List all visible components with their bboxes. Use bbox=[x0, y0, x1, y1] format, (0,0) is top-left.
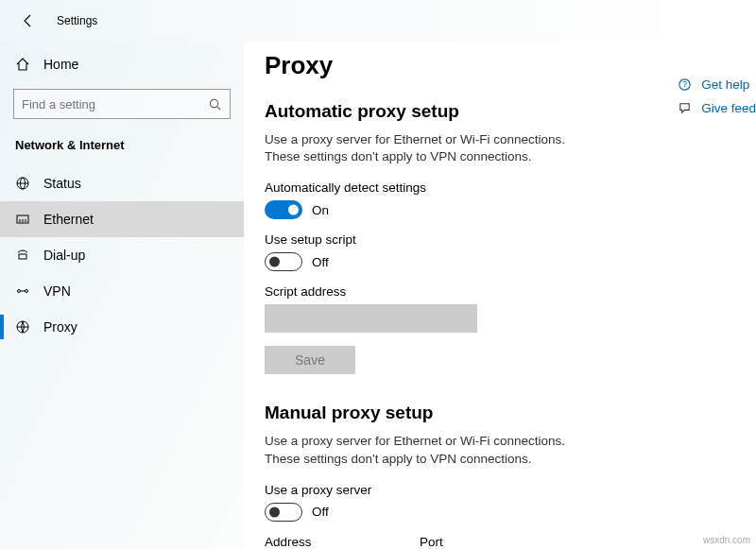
svg-point-10 bbox=[18, 290, 21, 293]
sidebar-section-label: Network & Internet bbox=[0, 132, 244, 165]
feedback-icon bbox=[678, 101, 692, 115]
sidebar-item-label: Dial-up bbox=[43, 248, 85, 263]
sidebar-item-vpn[interactable]: VPN bbox=[0, 273, 244, 309]
vpn-icon bbox=[15, 283, 30, 299]
address-label: Address bbox=[265, 535, 406, 549]
svg-point-11 bbox=[26, 290, 28, 293]
get-help-label: Get help bbox=[701, 77, 749, 92]
svg-point-0 bbox=[210, 99, 217, 107]
home-icon bbox=[15, 57, 30, 72]
setup-script-toggle[interactable] bbox=[265, 252, 302, 271]
home-button[interactable]: Home bbox=[0, 47, 244, 81]
auto-detect-label: Automatically detect settings bbox=[265, 180, 756, 195]
auto-detect-toggle[interactable] bbox=[265, 200, 302, 219]
manual-setup-desc: Use a proxy server for Ethernet or Wi-Fi… bbox=[265, 433, 595, 467]
port-label: Port bbox=[420, 535, 484, 549]
script-address-input[interactable] bbox=[265, 304, 477, 333]
sidebar-item-label: Status bbox=[43, 176, 81, 191]
dial-up-icon bbox=[15, 248, 30, 263]
sidebar-item-label: Ethernet bbox=[43, 212, 94, 227]
window-header: Settings bbox=[0, 0, 756, 42]
search-input[interactable] bbox=[22, 97, 208, 112]
sidebar: Home Network & Internet Status Ethernet … bbox=[0, 42, 244, 549]
use-proxy-state: Off bbox=[312, 505, 329, 519]
sidebar-item-proxy[interactable]: Proxy bbox=[0, 309, 244, 345]
sidebar-item-status[interactable]: Status bbox=[0, 165, 244, 201]
help-actions: ? Get help Give feed bbox=[678, 77, 756, 115]
svg-text:?: ? bbox=[682, 79, 687, 89]
give-feedback-link[interactable]: Give feed bbox=[678, 101, 756, 115]
manual-setup-heading: Manual proxy setup bbox=[265, 403, 756, 423]
svg-line-1 bbox=[217, 106, 220, 109]
sidebar-item-ethernet[interactable]: Ethernet bbox=[0, 201, 244, 237]
proxy-icon bbox=[15, 319, 30, 335]
back-button[interactable] bbox=[17, 9, 40, 32]
ethernet-icon bbox=[15, 212, 30, 227]
page-title: Proxy bbox=[265, 51, 756, 80]
give-feedback-label: Give feed bbox=[701, 101, 756, 115]
globe-icon bbox=[15, 176, 30, 191]
setup-script-state: Off bbox=[312, 255, 329, 269]
search-box[interactable] bbox=[13, 89, 231, 119]
auto-setup-desc: Use a proxy server for Ethernet or Wi-Fi… bbox=[265, 131, 595, 165]
script-address-label: Script address bbox=[265, 284, 756, 299]
arrow-left-icon bbox=[21, 13, 36, 28]
save-button[interactable]: Save bbox=[265, 346, 355, 374]
sidebar-item-label: VPN bbox=[43, 283, 71, 299]
home-label: Home bbox=[43, 57, 78, 72]
help-icon: ? bbox=[678, 77, 692, 92]
auto-detect-state: On bbox=[312, 203, 329, 217]
main-content: Proxy Automatic proxy setup Use a proxy … bbox=[244, 42, 756, 549]
svg-rect-9 bbox=[19, 254, 26, 259]
app-title: Settings bbox=[57, 14, 97, 27]
sidebar-item-dialup[interactable]: Dial-up bbox=[0, 237, 244, 273]
get-help-link[interactable]: ? Get help bbox=[678, 77, 756, 92]
sidebar-item-label: Proxy bbox=[43, 319, 77, 335]
use-proxy-label: Use a proxy server bbox=[265, 483, 756, 497]
watermark: wsxdn.com bbox=[703, 535, 750, 545]
search-icon bbox=[208, 97, 222, 112]
setup-script-label: Use setup script bbox=[265, 232, 756, 247]
use-proxy-toggle[interactable] bbox=[265, 503, 302, 522]
